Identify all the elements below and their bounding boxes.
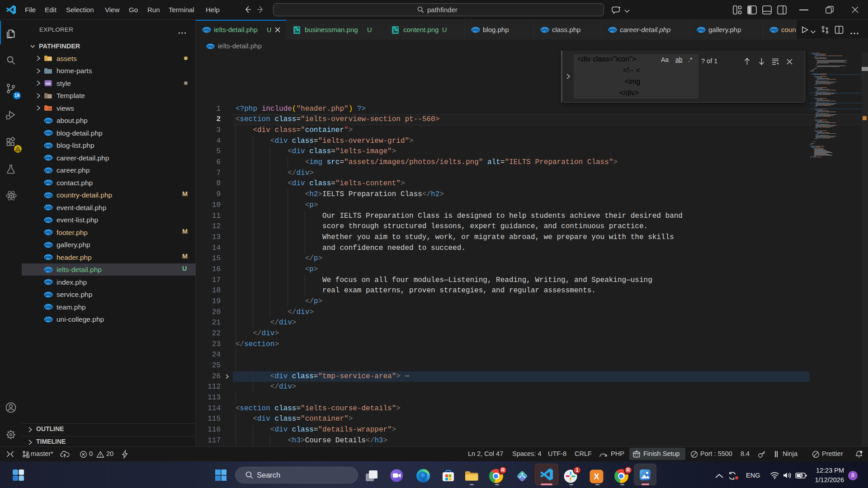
svg-text:php: php (44, 317, 52, 322)
svg-text:php: php (44, 292, 52, 297)
svg-text:php: php (44, 230, 52, 235)
svg-text:php: php (44, 131, 52, 135)
svg-text:css: css (46, 82, 51, 85)
svg-text:php: php (44, 280, 52, 284)
svg-text:php: php (44, 267, 52, 272)
svg-text:php: php (697, 28, 704, 32)
svg-text:php: php (44, 193, 52, 197)
svg-text:<>: <> (47, 107, 52, 111)
svg-text:php: php (44, 143, 52, 147)
svg-text:php: php (541, 28, 548, 32)
svg-text:php: php (44, 255, 52, 259)
svg-text:php: php (44, 155, 52, 160)
svg-text:php: php (44, 305, 52, 309)
svg-text:X: X (594, 472, 599, 481)
svg-text:php: php (44, 118, 52, 122)
svg-text:php: php (44, 205, 52, 210)
svg-text:php: php (44, 168, 52, 173)
svg-text:php: php (44, 218, 52, 222)
svg-text:php: php (770, 28, 777, 32)
svg-text:php: php (207, 44, 214, 48)
svg-text:php: php (44, 243, 52, 247)
svg-text:php: php (203, 28, 210, 32)
svg-text:php: php (609, 28, 616, 32)
svg-text:php: php (44, 180, 52, 185)
svg-text:php: php (472, 28, 479, 32)
